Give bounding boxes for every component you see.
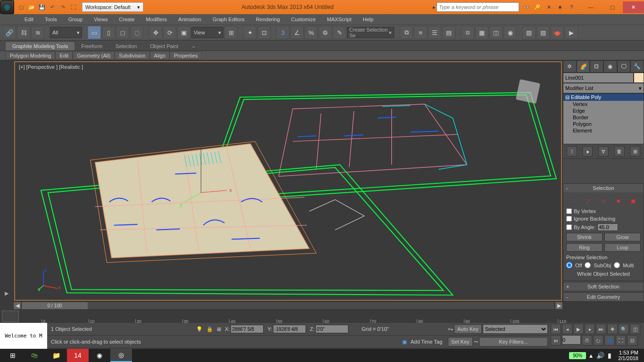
menu-grapheditors[interactable]: Graph Editors bbox=[207, 14, 250, 25]
panel-edit[interactable]: Edit bbox=[55, 51, 73, 60]
snap3-icon[interactable]: 3 bbox=[276, 26, 289, 39]
tab-display-icon[interactable]: 🖵 bbox=[617, 60, 631, 73]
dope-sheet-icon[interactable]: ▦ bbox=[475, 26, 488, 39]
redo-icon[interactable]: ↷ bbox=[58, 3, 67, 11]
stack-vertex[interactable]: Vertex bbox=[563, 101, 644, 107]
nav-zoomext-icon[interactable]: ⛶ bbox=[616, 335, 626, 346]
menu-animation[interactable]: Animation bbox=[173, 14, 207, 25]
edit-geometry-rollout[interactable]: -Edit Geometry bbox=[563, 292, 644, 302]
menu-customize[interactable]: Customize bbox=[286, 14, 322, 25]
manipulate-icon[interactable]: ✦ bbox=[243, 26, 256, 39]
panel-polymodel[interactable]: Polygon Modeling bbox=[6, 51, 55, 60]
star-icon[interactable]: ★ bbox=[556, 3, 564, 11]
current-frame-input[interactable] bbox=[562, 335, 581, 345]
bind-icon[interactable]: ≋ bbox=[31, 26, 44, 39]
panel-geometry[interactable]: Geometry (All) bbox=[73, 51, 115, 60]
tray-up-icon[interactable]: ▴ bbox=[586, 349, 595, 362]
select-name-icon[interactable]: ▯ bbox=[102, 26, 115, 39]
tab-graphite[interactable]: Graphite Modeling Tools bbox=[6, 42, 74, 50]
viewport-label[interactable]: [+] [Perspective ] [Realistic ] bbox=[19, 64, 83, 70]
curve-editor-icon[interactable]: ⧈ bbox=[461, 26, 474, 39]
schematic-icon[interactable]: ◫ bbox=[489, 26, 503, 39]
search-input[interactable] bbox=[437, 2, 519, 12]
panel-align[interactable]: Align bbox=[150, 51, 170, 60]
selection-filter-dropdown[interactable]: All▾ bbox=[50, 27, 82, 38]
coord-z-input[interactable] bbox=[315, 325, 348, 333]
configure-icon[interactable]: ⊞ bbox=[630, 146, 640, 156]
maxscript-listener[interactable]: Welcome to M bbox=[0, 323, 47, 349]
trackbar-thumb[interactable] bbox=[2, 311, 19, 322]
time-slider-track[interactable]: 0 / 100 bbox=[21, 302, 555, 310]
app-logo-icon[interactable]: ◎ bbox=[0, 0, 14, 14]
link-icon[interactable]: ⛶ bbox=[69, 3, 77, 11]
stack-edge[interactable]: Edge bbox=[563, 107, 644, 114]
polygon-icon[interactable]: ■ bbox=[614, 196, 623, 206]
autokey-button[interactable]: Auto Key bbox=[454, 324, 482, 334]
prev-frame-icon[interactable]: ◂ bbox=[562, 324, 572, 334]
layers-icon[interactable]: ☰ bbox=[428, 26, 441, 39]
explorer-icon[interactable]: 📁 bbox=[45, 349, 67, 362]
menu-maxscript[interactable]: MAXScript bbox=[322, 14, 357, 25]
angle-snap-icon[interactable]: ∠ bbox=[290, 26, 304, 39]
percent-snap-icon[interactable]: % bbox=[305, 26, 318, 39]
store-icon[interactable]: 🛍 bbox=[24, 349, 45, 362]
system-clock[interactable]: 1:53 PM 2/1/2018 bbox=[614, 350, 642, 361]
ignore-backfacing-checkbox[interactable] bbox=[566, 216, 572, 222]
nav-zoom-icon[interactable]: 🔍 bbox=[619, 324, 629, 334]
play-icon[interactable]: ▶ bbox=[573, 324, 584, 334]
pivot-icon[interactable]: ⊞ bbox=[224, 26, 238, 39]
help-icon[interactable]: ? bbox=[567, 3, 576, 11]
ribbon-expand-icon[interactable]: ⌄ bbox=[185, 41, 202, 50]
angle-spinner[interactable] bbox=[597, 223, 618, 231]
soft-selection-rollout[interactable]: +Soft Selection bbox=[563, 282, 644, 291]
menu-rendering[interactable]: Rendering bbox=[250, 14, 286, 25]
refcoord-dropdown[interactable]: View▾ bbox=[191, 27, 223, 38]
stack-element[interactable]: Element bbox=[563, 127, 644, 134]
time-config-icon[interactable]: ⏱ bbox=[582, 335, 592, 346]
timeslider-right-arrow[interactable]: ▶ bbox=[555, 302, 563, 310]
menu-modifiers[interactable]: Modifiers bbox=[140, 14, 173, 25]
network-icon[interactable]: ▮ bbox=[605, 349, 614, 362]
render-frame-icon[interactable]: ▨ bbox=[537, 26, 550, 39]
nav-walk-icon[interactable]: 👣 bbox=[604, 335, 615, 346]
menu-create[interactable]: Create bbox=[113, 14, 140, 25]
unlink-icon[interactable]: ⛓ bbox=[17, 26, 30, 39]
tab-selection[interactable]: Selection bbox=[109, 42, 143, 50]
by-vertex-checkbox[interactable] bbox=[566, 208, 572, 214]
3dsmax-task-icon[interactable]: ◎ bbox=[110, 349, 132, 362]
spinner-snap-icon[interactable]: ⚙ bbox=[319, 26, 332, 39]
nav-maximize-icon[interactable]: ⊡ bbox=[627, 335, 637, 346]
lock-icon[interactable]: 💡 bbox=[196, 326, 203, 332]
viewcube-icon[interactable] bbox=[516, 79, 540, 104]
save-icon[interactable]: 💾 bbox=[38, 3, 46, 11]
nav-pan-icon[interactable]: ✥ bbox=[607, 324, 618, 334]
tab-objectpaint[interactable]: Object Paint bbox=[143, 42, 185, 50]
menu-help[interactable]: Help bbox=[357, 14, 380, 25]
select-rect-icon[interactable]: ◻ bbox=[116, 26, 129, 39]
modifier-stack[interactable]: ⊟ Editable Poly Vertex Edge Border Polyg… bbox=[563, 93, 644, 144]
shrink-button[interactable]: Shrink bbox=[566, 233, 603, 241]
show-result-icon[interactable]: ∎ bbox=[582, 146, 593, 156]
edit-selset-icon[interactable]: ✎ bbox=[333, 26, 346, 39]
key-mode-icon[interactable]: 🗝 bbox=[448, 326, 453, 332]
preview-subobj-radio[interactable] bbox=[585, 262, 591, 268]
remove-mod-icon[interactable]: 🗑 bbox=[614, 146, 625, 156]
element-icon[interactable]: ▣ bbox=[628, 196, 638, 206]
battery-indicator[interactable]: 90% bbox=[569, 352, 586, 359]
menu-tools[interactable]: Tools bbox=[39, 14, 63, 25]
layer-mgr-icon[interactable]: ▤ bbox=[442, 26, 455, 39]
tab-motion-icon[interactable]: ◉ bbox=[603, 60, 617, 73]
setkey-button[interactable]: Set Key bbox=[448, 337, 473, 346]
render-icon[interactable]: 🫖 bbox=[551, 26, 564, 39]
key-icon[interactable]: 🔑 bbox=[533, 3, 542, 11]
modifier-list-dropdown[interactable]: Modifier List▾ bbox=[563, 83, 644, 93]
coord-x-input[interactable] bbox=[231, 325, 264, 333]
expand-flyout-icon[interactable]: ▶ bbox=[3, 289, 10, 297]
mirror-icon[interactable]: ⧉ bbox=[400, 26, 413, 39]
setkey-icon[interactable]: ⤳ bbox=[474, 339, 478, 345]
nav-fov-icon[interactable]: ◫ bbox=[630, 324, 640, 334]
stack-polygon[interactable]: Polygon bbox=[563, 121, 644, 127]
perspective-viewport[interactable]: [+] [Perspective ] [Realistic ] bbox=[14, 61, 562, 301]
loop-button[interactable]: Loop bbox=[604, 243, 641, 252]
keyfilters-button[interactable]: Key Filters... bbox=[479, 337, 548, 346]
